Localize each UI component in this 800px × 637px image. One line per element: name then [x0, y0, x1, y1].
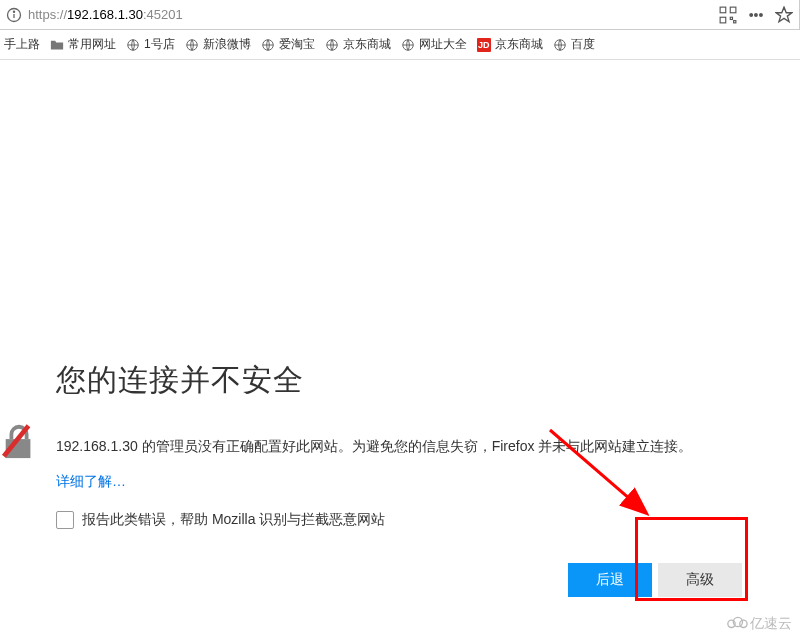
url-host: 192.168.1.30: [67, 7, 143, 22]
globe-icon: [325, 38, 339, 52]
bookmark-item[interactable]: 网址大全: [401, 36, 467, 53]
globe-icon: [126, 38, 140, 52]
bookmarks-bar: 手上路 常用网址 1号店 新浪微博 爱淘宝 京东商城 网址大全: [0, 30, 800, 60]
svg-rect-3: [720, 7, 726, 13]
address-actions: •••: [719, 6, 793, 24]
advanced-button[interactable]: 高级: [658, 563, 742, 597]
warning-description: 192.168.1.30 的管理员没有正确配置好此网站。为避免您的信息失窃，Fi…: [56, 435, 770, 457]
info-icon[interactable]: [6, 7, 22, 23]
cloud-icon: [726, 614, 748, 633]
svg-rect-6: [730, 17, 732, 19]
svg-rect-5: [720, 17, 726, 23]
globe-icon: [553, 38, 567, 52]
globe-icon: [261, 38, 275, 52]
report-error-row: 报告此类错误，帮助 Mozilla 识别与拦截恶意网站: [56, 511, 770, 529]
globe-icon: [185, 38, 199, 52]
button-row: 后退 高级: [56, 563, 770, 597]
address-bar: https://192.168.1.30:45201 •••: [0, 0, 800, 30]
bookmark-item[interactable]: 常用网址: [50, 36, 116, 53]
globe-icon: [401, 38, 415, 52]
qr-icon[interactable]: [719, 6, 737, 24]
url-protocol: https://: [28, 7, 67, 22]
bookmark-item[interactable]: 新浪微博: [185, 36, 251, 53]
bookmark-label: 爱淘宝: [279, 36, 315, 53]
bookmark-item[interactable]: 1号店: [126, 36, 175, 53]
page-actions-icon[interactable]: •••: [747, 6, 765, 24]
warning-title: 您的连接并不安全: [56, 360, 770, 401]
svg-point-2: [13, 11, 14, 12]
bookmark-item[interactable]: 爱淘宝: [261, 36, 315, 53]
error-page-content: 您的连接并不安全 192.168.1.30 的管理员没有正确配置好此网站。为避免…: [0, 60, 800, 597]
report-checkbox[interactable]: [56, 511, 74, 529]
warning-lock-icon: [0, 422, 38, 462]
bookmark-label: 新浪微博: [203, 36, 251, 53]
bookmark-star-icon[interactable]: [775, 6, 793, 24]
bookmark-item[interactable]: 京东商城: [325, 36, 391, 53]
bookmark-item[interactable]: JD 京东商城: [477, 36, 543, 53]
bookmark-label: 1号店: [144, 36, 175, 53]
bookmark-item[interactable]: 百度: [553, 36, 595, 53]
bookmark-label: 网址大全: [419, 36, 467, 53]
bookmark-label: 京东商城: [343, 36, 391, 53]
bookmark-label: 常用网址: [68, 36, 116, 53]
svg-rect-7: [734, 20, 736, 22]
watermark: 亿速云: [726, 614, 792, 633]
watermark-text: 亿速云: [750, 615, 792, 633]
jd-icon: JD: [477, 38, 491, 52]
bookmark-item[interactable]: 手上路: [4, 36, 40, 53]
bookmark-label: 京东商城: [495, 36, 543, 53]
svg-rect-4: [730, 7, 736, 13]
learn-more-link[interactable]: 详细了解…: [56, 473, 770, 491]
svg-point-21: [740, 620, 747, 627]
back-button[interactable]: 后退: [568, 563, 652, 597]
folder-icon: [50, 38, 64, 52]
svg-marker-8: [776, 7, 792, 22]
bookmark-label: 百度: [571, 36, 595, 53]
report-label: 报告此类错误，帮助 Mozilla 识别与拦截恶意网站: [82, 511, 385, 529]
url-port: :45201: [143, 7, 183, 22]
bookmark-label: 手上路: [4, 36, 40, 53]
url-display[interactable]: https://192.168.1.30:45201: [28, 7, 719, 22]
